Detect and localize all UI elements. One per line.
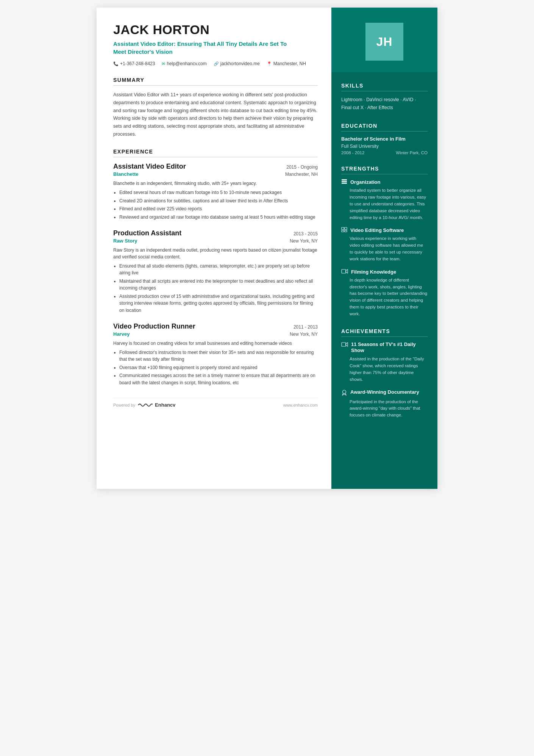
job-2-company-row: Raw Story New York, NY bbox=[113, 238, 318, 244]
avatar-section: JH bbox=[331, 8, 437, 72]
strength-2-header: Video Editing Software bbox=[341, 227, 428, 233]
link-icon: 🔗 bbox=[214, 61, 219, 66]
job-1-header: Assistant Video Editor 2015 - Ongoing bbox=[113, 163, 318, 171]
job-2-desc: Raw Story is an independent media outlet… bbox=[113, 247, 318, 260]
svg-rect-0 bbox=[342, 179, 347, 180]
achievement-1-desc: Assisted in the production of the "Daily… bbox=[341, 356, 428, 383]
job-3-dates: 2011 - 2013 bbox=[294, 324, 318, 330]
achievement-1-title: 11 Seasons of TV's #1 Daily Show bbox=[351, 341, 428, 354]
svg-rect-3 bbox=[342, 227, 344, 230]
job-1-title: Assistant Video Editor bbox=[113, 163, 186, 171]
strength-2: Video Editing Software Various experienc… bbox=[341, 227, 428, 262]
job-2-header: Production Assistant 2013 - 2015 bbox=[113, 229, 318, 237]
achievement-2: Award-Winning Documentary Participated i… bbox=[341, 389, 428, 419]
job-1-desc: Blanchette is an independent, filmmaking… bbox=[113, 180, 318, 187]
strength-2-desc: Various experience in working with video… bbox=[341, 235, 428, 262]
avatar: JH bbox=[365, 23, 403, 61]
svg-rect-7 bbox=[342, 269, 346, 273]
list-item: Followed director's instructions to meet… bbox=[119, 349, 318, 363]
summary-text: Assistant Video Editor with 11+ years of… bbox=[113, 91, 318, 138]
email-icon: ✉ bbox=[162, 61, 165, 66]
email-address: help@enhancv.com bbox=[167, 61, 206, 66]
achievement-1: 11 Seasons of TV's #1 Daily Show Assiste… bbox=[341, 341, 428, 383]
list-item: Oversaw that +100 filming equipment is p… bbox=[119, 364, 318, 371]
achievement-1-header: 11 Seasons of TV's #1 Daily Show bbox=[341, 341, 428, 354]
powered-by: Powered by Enhancv bbox=[113, 402, 175, 408]
filming-icon bbox=[341, 269, 348, 275]
svg-rect-6 bbox=[345, 230, 347, 232]
phone-contact: 📞 +1-367-248-8423 bbox=[113, 61, 155, 66]
strength-1-header: Organization bbox=[341, 179, 428, 185]
job-2-company: Raw Story bbox=[113, 238, 137, 244]
phone-icon: 📞 bbox=[113, 61, 119, 66]
experience-title: EXPERIENCE bbox=[113, 149, 318, 157]
achievement-2-title: Award-Winning Documentary bbox=[350, 389, 419, 396]
footer-website: www.enhancv.com bbox=[283, 403, 318, 407]
achievement-2-header: Award-Winning Documentary bbox=[341, 389, 428, 397]
job-2: Production Assistant 2013 - 2015 Raw Sto… bbox=[113, 229, 318, 314]
education-section: EDUCATION Bachelor of Science in Film Fu… bbox=[341, 123, 428, 155]
list-item: Reviewed and organized all raw footage i… bbox=[119, 214, 318, 221]
job-2-dates: 2013 - 2015 bbox=[294, 231, 318, 236]
organization-icon bbox=[341, 179, 347, 185]
job-3-company-row: Harvey New York, NY bbox=[113, 331, 318, 337]
edu-meta: 2008 - 2012 Winter Park, CO bbox=[341, 150, 428, 155]
job-1: Assistant Video Editor 2015 - Ongoing Bl… bbox=[113, 163, 318, 221]
education-title: EDUCATION bbox=[341, 123, 428, 131]
strength-1-desc: Installed system to better organize all … bbox=[341, 187, 428, 221]
candidate-name: JACK HORTON bbox=[113, 23, 318, 37]
job-1-dates: 2015 - Ongoing bbox=[286, 164, 318, 170]
job-3-bullets: Followed director's instructions to meet… bbox=[113, 349, 318, 387]
list-item: Assisted production crew of 15 with admi… bbox=[119, 293, 318, 314]
job-3: Video Production Runner 2011 - 2013 Harv… bbox=[113, 322, 318, 387]
job-3-desc: Harvey is focused on creating videos for… bbox=[113, 340, 318, 347]
location-contact: 📍 Manchester, NH bbox=[267, 61, 306, 66]
job-3-location: New York, NY bbox=[290, 332, 318, 337]
enhancv-brand-name: Enhancv bbox=[155, 402, 175, 408]
edu-years: 2008 - 2012 bbox=[341, 150, 364, 155]
svg-rect-1 bbox=[342, 181, 347, 182]
edu-location: Winter Park, CO bbox=[396, 150, 428, 155]
location-icon: 📍 bbox=[267, 61, 272, 66]
skills-title: SKILLS bbox=[341, 83, 428, 91]
job-1-company-row: Blanchette Manchester, NH bbox=[113, 171, 318, 177]
strength-3-desc: In depth knowledge of different director… bbox=[341, 277, 428, 318]
job-1-location: Manchester, NH bbox=[285, 172, 318, 177]
experience-section: EXPERIENCE Assistant Video Editor 2015 -… bbox=[113, 149, 318, 387]
svg-rect-2 bbox=[342, 183, 347, 184]
award-icon bbox=[341, 390, 347, 397]
software-icon bbox=[341, 227, 347, 233]
header: JACK HORTON Assistant Video Editor: Ensu… bbox=[113, 23, 318, 66]
skills-text: Lightroom · DaVinci resovle · AVID ·Fina… bbox=[341, 96, 428, 112]
job-3-company: Harvey bbox=[113, 331, 130, 337]
enhancv-logo-svg bbox=[137, 402, 153, 408]
edu-degree: Bachelor of Science in Film bbox=[341, 136, 428, 142]
achievement-2-desc: Participated in the production of the aw… bbox=[341, 399, 428, 419]
svg-point-9 bbox=[343, 390, 346, 393]
website-contact: 🔗 jackhortonvideo.me bbox=[214, 61, 260, 66]
skills-section: SKILLS Lightroom · DaVinci resovle · AVI… bbox=[341, 83, 428, 112]
list-item: Created 2D animations for subtitles, cap… bbox=[119, 197, 318, 205]
job-2-title: Production Assistant bbox=[113, 229, 181, 237]
strength-2-title: Video Editing Software bbox=[350, 227, 404, 233]
list-item: Edited several hours of raw multicam foo… bbox=[119, 189, 318, 196]
list-item: Maintained that all scripts are entered … bbox=[119, 278, 318, 292]
achievements-section: ACHIEVEMENTS 11 Seasons of TV's #1 Daily… bbox=[341, 328, 428, 419]
strengths-title: STRENGTHS bbox=[341, 166, 428, 174]
summary-title: SUMMARY bbox=[113, 77, 318, 86]
list-item: Ensured that all studio elements (lights… bbox=[119, 263, 318, 277]
candidate-title: Assistant Video Editor: Ensuring That Al… bbox=[113, 40, 295, 56]
svg-rect-4 bbox=[345, 227, 347, 230]
svg-rect-5 bbox=[342, 230, 344, 232]
right-column: JH SKILLS Lightroom · DaVinci resovle · … bbox=[331, 8, 437, 489]
list-item: Communicated messages across the set in … bbox=[119, 372, 318, 386]
strength-1-title: Organization bbox=[350, 179, 380, 185]
page-footer: Powered by Enhancv www.enhancv.com bbox=[113, 398, 318, 408]
job-2-bullets: Ensured that all studio elements (lights… bbox=[113, 263, 318, 314]
powered-by-label: Powered by bbox=[113, 403, 135, 407]
strength-3: Filming Knowledge In depth knowledge of … bbox=[341, 269, 428, 318]
svg-rect-8 bbox=[342, 343, 346, 346]
strength-1: Organization Installed system to better … bbox=[341, 179, 428, 221]
right-content: SKILLS Lightroom · DaVinci resovle · AVI… bbox=[331, 72, 437, 440]
job-3-header: Video Production Runner 2011 - 2013 bbox=[113, 322, 318, 330]
